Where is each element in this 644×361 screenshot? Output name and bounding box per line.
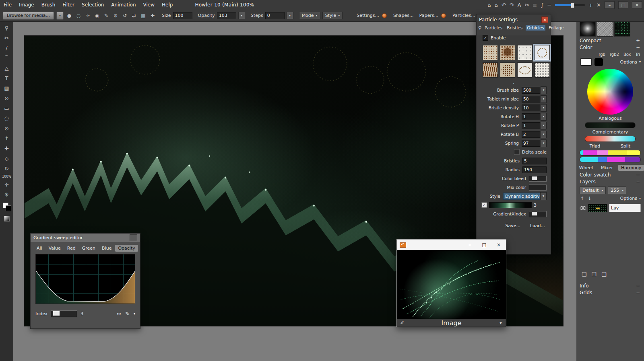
menu-brush[interactable]: Brush <box>38 2 59 8</box>
orbicle-preset-2[interactable] <box>500 45 515 60</box>
load-button[interactable]: Load... <box>530 223 545 228</box>
layers-options-dropdown[interactable]: Options ▾ <box>620 196 641 201</box>
particle-style-dropdown[interactable]: Dynamic additive <box>503 193 540 200</box>
tab-blue[interactable]: Blue <box>99 245 114 252</box>
preview-window-titlebar[interactable]: – □ × <box>397 240 506 250</box>
settings-button[interactable]: Settings... <box>357 13 379 18</box>
lasso-icon[interactable]: ✂ <box>2 34 11 42</box>
color-bleed-slider[interactable] <box>529 176 547 182</box>
swap-direction-icon[interactable]: ↔ <box>117 311 121 317</box>
tab-opacity[interactable]: Opacity <box>115 245 138 252</box>
particle-preview-image[interactable] <box>397 250 506 319</box>
compact-expand-icon[interactable]: + <box>636 38 641 43</box>
menu-file[interactable]: File <box>0 2 15 8</box>
opacity-input[interactable]: 103 <box>217 12 236 19</box>
info-collapse-icon[interactable]: − <box>636 283 641 289</box>
index-slider-knob[interactable] <box>53 311 60 316</box>
delta-scale-checkbox[interactable] <box>514 149 520 155</box>
gradient-editor-titlebar[interactable]: Gradient sweep editor <box>31 234 140 242</box>
layer-thumbnail[interactable]: ↔ <box>588 204 607 212</box>
menu-selection[interactable]: Selection <box>78 2 107 8</box>
grids-header[interactable]: Grids − <box>580 290 641 295</box>
color-picker-icon[interactable]: ⚲ <box>2 24 11 32</box>
gradient-editor-collapse-button[interactable] <box>130 234 137 241</box>
save-button[interactable]: Save... <box>506 223 521 228</box>
tab-rgb2[interactable]: rgb2 <box>610 52 619 57</box>
rotate-p-input[interactable]: 1 <box>522 122 540 129</box>
tab-particles[interactable]: Particles <box>483 25 504 31</box>
spray-icon[interactable]: ◌ <box>75 12 82 19</box>
circle-select-icon[interactable]: ◌ <box>2 115 11 122</box>
font-edit-icon[interactable]: A <box>518 2 521 8</box>
spring-spinner[interactable]: ▾ <box>541 139 547 147</box>
split-bar[interactable] <box>580 157 641 162</box>
buildings-icon[interactable]: ⌂ <box>487 2 491 8</box>
mix-color-slider[interactable] <box>529 185 547 191</box>
tab-box[interactable]: Box <box>623 52 631 57</box>
gradient-options-caret[interactable]: ▾ <box>134 312 135 316</box>
menu-animation[interactable]: Animation <box>107 2 139 8</box>
s-shape-icon[interactable]: ∫ <box>541 2 544 8</box>
undo-icon[interactable]: ↶ <box>502 2 506 8</box>
arrow-tool-icon[interactable]: ↥ <box>2 135 11 142</box>
text-tool-icon[interactable]: T <box>2 74 11 82</box>
swap-icon[interactable]: ⇄ <box>130 12 138 19</box>
layer-up-button[interactable]: ↑ <box>580 196 584 201</box>
mode-dropdown[interactable]: Mode ▾ <box>299 12 320 19</box>
background-color-swatch[interactable] <box>6 205 11 211</box>
stroke-preview-thumb[interactable] <box>614 21 630 37</box>
rotate-p-spinner[interactable]: ▾ <box>541 122 547 129</box>
tab-rgb[interactable]: rgb <box>599 52 605 57</box>
menu-image[interactable]: Image <box>15 2 38 8</box>
papers-button[interactable]: Papers... <box>419 13 438 18</box>
orbicle-preset-4[interactable] <box>535 45 550 60</box>
tablet-min-size-input[interactable]: 50 <box>522 96 540 103</box>
preview-minimize-button[interactable]: – <box>462 240 477 250</box>
index-slider[interactable] <box>51 310 77 317</box>
steps-input[interactable]: 0 <box>265 12 285 19</box>
zoom-tool-icon[interactable]: ⊙ <box>2 125 11 132</box>
mixer-button[interactable]: Mixer <box>598 165 616 171</box>
redo-icon[interactable]: ↷ <box>510 2 514 8</box>
slider-plus-icon[interactable]: + <box>588 2 593 8</box>
move-tool-icon[interactable]: ✛ <box>2 181 11 189</box>
steps-caret[interactable]: ▾ <box>287 12 293 19</box>
rect-select-icon[interactable]: ▭ <box>2 105 11 112</box>
complementary-bar[interactable] <box>585 136 636 142</box>
menu-lines-icon[interactable]: ≡ <box>533 2 537 8</box>
color-options-dropdown[interactable]: Options ▾ <box>620 59 641 65</box>
brush-preview-thumb[interactable] <box>580 21 596 37</box>
pen-mode-icon[interactable]: ✎ <box>125 311 130 317</box>
nib-icon[interactable]: ✑ <box>84 12 91 19</box>
layer-blend-dropdown[interactable]: Default ▾ <box>580 187 606 194</box>
gradient-chip[interactable] <box>4 216 10 222</box>
minimize-button[interactable]: – <box>605 1 615 9</box>
info-header[interactable]: Info − <box>580 283 641 289</box>
opacity-curve-graph[interactable] <box>35 254 135 304</box>
tablet-min-size-spinner[interactable]: ▾ <box>541 95 547 103</box>
undo-stroke-icon[interactable]: ↺ <box>121 12 128 19</box>
bristles-input[interactable]: 5 <box>522 158 547 164</box>
add-icon[interactable]: ✚ <box>149 12 156 19</box>
size-input[interactable]: 100 <box>173 12 192 19</box>
zoom-slider-knob[interactable] <box>571 2 574 8</box>
bristle-density-input[interactable]: 10 <box>522 105 540 111</box>
shapes-button[interactable]: Shapes... <box>393 13 414 18</box>
triad-bar[interactable] <box>580 150 641 156</box>
color-bleed-knob[interactable] <box>532 176 537 180</box>
buildings2-icon[interactable]: ⌂ <box>495 2 498 8</box>
tab-red[interactable]: Red <box>64 245 78 252</box>
gradient-x-index-slider[interactable] <box>529 211 547 217</box>
wheel-button[interactable]: Wheel <box>576 165 596 171</box>
pointer-x-icon[interactable]: ✕ <box>597 2 601 8</box>
curve-tool-icon[interactable]: ⌒ <box>2 54 11 62</box>
orbicle-preset-3[interactable] <box>517 45 533 60</box>
anchor-tool-icon[interactable]: ✚ <box>2 145 11 152</box>
layer-down-button[interactable]: ↓ <box>588 196 591 201</box>
copy-layer-icon[interactable]: ❐ <box>592 271 597 277</box>
dot-brush-icon[interactable]: ● <box>66 12 73 19</box>
duplicate-layer-icon[interactable]: ❏ <box>582 271 587 277</box>
browse-media-button[interactable]: Browse for media... <box>3 12 54 20</box>
zoom-slider[interactable] <box>555 4 585 6</box>
rotate-b-spinner[interactable]: ▾ <box>541 131 547 138</box>
